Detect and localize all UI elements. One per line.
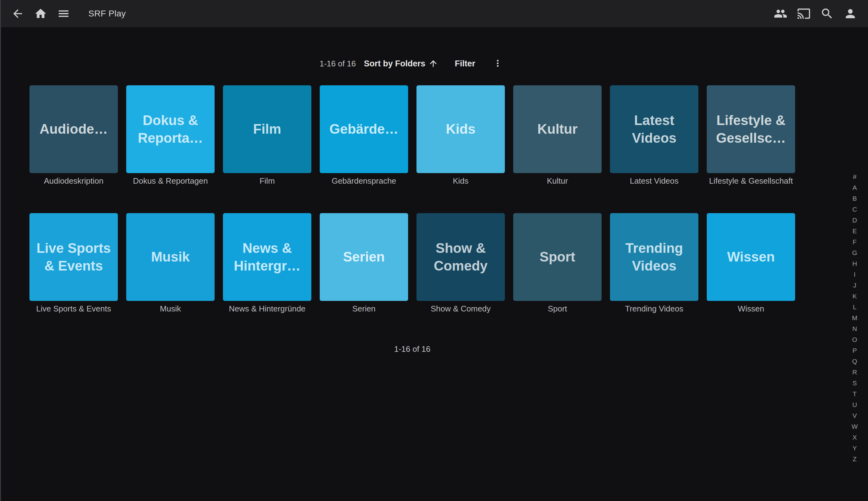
folder-tile-title: Lifestyle & Gesellsc… [711, 112, 791, 147]
folder-tile-title: Kultur [538, 120, 578, 138]
folder-tile-title: Show & Comedy [421, 239, 500, 275]
folder-card: Musik Musik [126, 213, 215, 313]
folder-card-label[interactable]: Musik [126, 304, 215, 313]
folder-tile[interactable]: Kultur [513, 85, 601, 173]
alphabet-letter[interactable]: N [848, 323, 861, 334]
folder-card: Show & Comedy Show & Comedy [416, 213, 505, 313]
folder-tile[interactable]: Show & Comedy [416, 213, 505, 301]
search-icon [820, 7, 834, 21]
folder-card-label[interactable]: Dokus & Reportagen [126, 176, 215, 185]
folder-tile[interactable]: Kids [416, 85, 505, 173]
folder-card-label[interactable]: Wissen [707, 304, 795, 313]
folder-card-label[interactable]: Live Sports & Events [30, 304, 118, 313]
alphabet-letter[interactable]: A [848, 182, 861, 193]
folder-tile[interactable]: Latest Videos [610, 85, 698, 173]
folder-card: Kids Kids [416, 85, 505, 185]
alphabet-letter[interactable]: R [848, 367, 861, 377]
folder-tile[interactable]: News & Hintergr… [223, 213, 311, 301]
alphabet-letter[interactable]: W [848, 421, 861, 432]
alphabet-letter[interactable]: I [848, 269, 861, 280]
home-button[interactable] [33, 6, 48, 21]
folder-card-label[interactable]: Film [223, 176, 311, 185]
folder-tile[interactable]: Sport [513, 213, 601, 301]
folder-tile[interactable]: Dokus & Reporta… [126, 85, 215, 173]
folder-card-label[interactable]: Show & Comedy [416, 304, 505, 313]
alphabet-letter[interactable]: Q [848, 356, 861, 367]
folder-tile[interactable]: Gebärde… [320, 85, 408, 173]
alphabet-picker: #ABCDEFGHIJKLMNOPQRSTUVWXYZ [848, 171, 861, 465]
topbar-left-group: SRF Play [0, 0, 126, 27]
alphabet-letter[interactable]: J [848, 280, 861, 291]
menu-button[interactable] [56, 6, 71, 21]
folder-tile[interactable]: Trending Videos [610, 213, 698, 301]
vertical-dots-icon [492, 58, 503, 70]
folder-card: Serien Serien [320, 213, 408, 313]
alphabet-letter[interactable]: U [848, 399, 861, 410]
alphabet-letter[interactable]: G [848, 247, 861, 258]
alphabet-letter[interactable]: K [848, 291, 861, 301]
folder-card: Trending Videos Trending Videos [610, 213, 698, 313]
folder-card-label[interactable]: Kultur [513, 176, 601, 185]
back-button[interactable] [10, 6, 25, 21]
syncplay-button[interactable] [773, 6, 788, 21]
alphabet-letter[interactable]: X [848, 432, 861, 443]
topbar-right-group [773, 6, 868, 21]
search-button[interactable] [820, 6, 835, 21]
folder-card-label[interactable]: Kids [416, 176, 505, 185]
folder-tile[interactable]: Live Sports & Events [30, 213, 118, 301]
filter-button[interactable]: Filter [455, 59, 475, 68]
more-options-button[interactable] [490, 56, 505, 71]
window-left-edge-line [0, 0, 1, 501]
alphabet-letter[interactable]: H [848, 258, 861, 269]
page-title: SRF Play [88, 9, 126, 19]
filter-button-label: Filter [455, 59, 475, 68]
user-button[interactable] [843, 6, 858, 21]
folder-card: Dokus & Reporta… Dokus & Reportagen [126, 85, 215, 185]
folder-card: News & Hintergr… News & Hintergründe [223, 213, 311, 313]
cast-button[interactable] [796, 6, 811, 21]
folder-tile[interactable]: Musik [126, 213, 215, 301]
alphabet-letter[interactable]: V [848, 410, 861, 421]
alphabet-letter[interactable]: B [848, 193, 861, 204]
alphabet-letter[interactable]: C [848, 204, 861, 215]
alphabet-letter[interactable]: Z [848, 454, 861, 465]
back-arrow-icon [11, 7, 24, 20]
folder-card: Kultur Kultur [513, 85, 601, 185]
folder-tile[interactable]: Wissen [707, 213, 795, 301]
alphabet-letter[interactable]: # [848, 171, 861, 182]
folder-tile[interactable]: Audiode… [30, 85, 118, 173]
footer-item-count: 1-16 of 16 [30, 344, 795, 354]
folder-card: Wissen Wissen [707, 213, 795, 313]
alphabet-letter[interactable]: P [848, 345, 861, 356]
folder-tile[interactable]: Film [223, 85, 311, 173]
alphabet-letter[interactable]: T [848, 388, 861, 399]
alphabet-letter[interactable]: E [848, 225, 861, 236]
folder-tile[interactable]: Serien [320, 213, 408, 301]
alphabet-letter[interactable]: L [848, 301, 861, 312]
folder-card-label[interactable]: Lifestyle & Gesellschaft [707, 176, 795, 185]
alphabet-letter[interactable]: F [848, 236, 861, 247]
sort-button[interactable]: Sort by Folders [364, 58, 438, 68]
alphabet-letter[interactable]: S [848, 377, 861, 388]
folder-card-label[interactable]: Gebärdensprache [320, 176, 408, 185]
item-count-label: 1-16 of 16 [319, 59, 356, 68]
person-icon [844, 7, 857, 21]
sort-button-label: Sort by Folders [364, 59, 425, 68]
folder-tile[interactable]: Lifestyle & Gesellsc… [707, 85, 795, 173]
folder-tile-title: Wissen [727, 248, 775, 266]
folder-card-label[interactable]: Serien [320, 304, 408, 313]
alphabet-letter[interactable]: O [848, 334, 861, 345]
alphabet-letter[interactable]: D [848, 215, 861, 225]
folder-tile-title: Audiode… [40, 120, 108, 138]
alphabet-letter[interactable]: Y [848, 443, 861, 454]
folder-card-label[interactable]: Sport [513, 304, 601, 313]
folder-card-label[interactable]: Audiodeskription [30, 176, 118, 185]
folder-card-label[interactable]: Latest Videos [610, 176, 698, 185]
folder-card-label[interactable]: Trending Videos [610, 304, 698, 313]
alphabet-letter[interactable]: M [848, 312, 861, 323]
folder-card: Lifestyle & Gesellsc… Lifestyle & Gesell… [707, 85, 795, 185]
folder-tile-title: Latest Videos [614, 112, 694, 147]
folder-card-label[interactable]: News & Hintergründe [223, 304, 311, 313]
folder-card: Film Film [223, 85, 311, 185]
folder-tile-title: Kids [446, 120, 475, 138]
